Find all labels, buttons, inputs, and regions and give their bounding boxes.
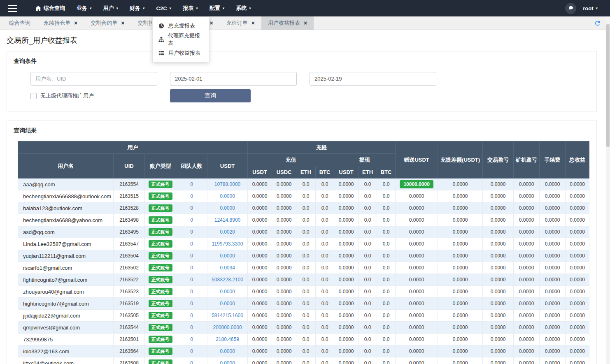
nav-item-user[interactable]: 用户▾ xyxy=(98,0,124,16)
chat-icon[interactable] xyxy=(565,3,576,14)
team-count-link[interactable]: 0 xyxy=(190,336,193,342)
account-type-badge: 正式账号 xyxy=(149,324,172,331)
user-menu[interactable]: root ▾ xyxy=(583,5,598,12)
col-total-income: 总收益 xyxy=(566,141,589,179)
usdt-balance-link[interactable]: 0.0000 xyxy=(220,253,235,259)
withdraw-cell: 0.0000 xyxy=(334,345,359,357)
app-window: 综合查询业务▾用户▾财务▾C2C▾报表▾配置▾系统▾ root ▾ 综合查询永续… xyxy=(0,0,610,364)
team-count-link[interactable]: 0 xyxy=(190,325,193,330)
scrollbar[interactable] xyxy=(606,16,610,364)
usdt-balance-link[interactable]: 0.0000 xyxy=(220,289,235,294)
diff-cell: 0.0000 xyxy=(438,202,483,214)
username-cell: hightincognito7@gmail.com xyxy=(18,298,114,310)
nav-item-overview[interactable]: 综合查询 xyxy=(30,0,71,16)
usdt-balance-link[interactable]: 12414.8900 xyxy=(214,217,240,223)
nav-item-finance[interactable]: 财务▾ xyxy=(124,0,151,16)
nav-item-business[interactable]: 业务▾ xyxy=(71,0,98,16)
withdraw-cell: 0.0 xyxy=(359,298,377,310)
team-count-link[interactable]: 0 xyxy=(190,301,193,306)
clock-icon xyxy=(158,23,165,29)
deposit-cell: 0.0 xyxy=(296,226,316,238)
usdt-balance-link[interactable]: 0.0000 xyxy=(220,348,235,354)
team-count-link[interactable]: 0 xyxy=(190,253,193,259)
hamburger-menu-icon[interactable] xyxy=(0,0,25,16)
date-from-input[interactable] xyxy=(170,72,297,86)
withdraw-cell: 0.0 xyxy=(377,298,396,310)
nav-item-system[interactable]: 系统▾ xyxy=(230,0,257,16)
nav-item-report[interactable]: 报表▾ xyxy=(177,0,204,16)
date-to-input[interactable] xyxy=(310,72,436,86)
trade-pl-cell: 0.0000 xyxy=(483,322,514,334)
team-count-link[interactable]: 0 xyxy=(190,313,193,318)
team-count-cell: 0 xyxy=(176,250,207,262)
col-deposit-usdc: USDC xyxy=(272,166,296,179)
usdt-balance-link[interactable]: 5814215.1600 xyxy=(212,313,243,318)
usdt-balance-link[interactable]: 0.0000 xyxy=(220,193,235,199)
tab-close-icon[interactable]: × xyxy=(210,20,213,26)
gift-usdt-cell: 0.0000 xyxy=(396,286,438,298)
deposit-cell: 0.0000 xyxy=(248,226,272,238)
username-uid-input[interactable] xyxy=(30,72,157,86)
tab-close-icon[interactable]: × xyxy=(251,20,255,26)
nav-item-c2c[interactable]: C2C▾ xyxy=(151,0,177,16)
team-count-link[interactable]: 0 xyxy=(190,348,193,354)
dropdown-item[interactable]: 总充提报表 xyxy=(153,19,209,32)
usdt-balance-cell: 10788.0000 xyxy=(207,179,248,190)
team-count-link[interactable]: 0 xyxy=(190,229,193,235)
usdt-balance-link[interactable]: 1199793.3300 xyxy=(212,241,243,247)
team-count-cell: 0 xyxy=(176,190,207,202)
dropdown-item[interactable]: 用户收益报表 xyxy=(153,46,209,60)
tab[interactable]: 交割合约单× xyxy=(84,16,131,30)
total-cell: 0.0000 xyxy=(566,226,589,238)
username-cell: ioio3322@163.com xyxy=(18,345,114,357)
fee-cell: 0.0000 xyxy=(540,179,566,190)
team-count-link[interactable]: 0 xyxy=(190,217,193,223)
withdraw-cell: 0.0000 xyxy=(334,250,359,262)
tab[interactable]: 综合查询 xyxy=(2,16,37,30)
tab[interactable]: 用户收益报表× xyxy=(261,16,314,30)
team-count-link[interactable]: 0 xyxy=(190,193,193,199)
team-count-link[interactable]: 0 xyxy=(190,289,193,294)
team-count-cell: 0 xyxy=(176,214,207,226)
team-count-link[interactable]: 0 xyxy=(190,241,193,247)
dropdown-item[interactable]: 代理商充提报表 xyxy=(153,32,209,46)
trade-pl-cell: 0.0000 xyxy=(483,226,514,238)
tab[interactable]: 永续持仓单× xyxy=(37,16,84,30)
tab-close-icon[interactable]: × xyxy=(121,20,124,26)
team-count-link[interactable]: 0 xyxy=(190,277,193,283)
withdraw-cell: 0.0000 xyxy=(334,322,359,334)
usdt-balance-link[interactable]: 10788.0000 xyxy=(214,181,240,187)
col-account-type: 账户类型 xyxy=(145,154,176,179)
team-count-link[interactable]: 0 xyxy=(190,265,193,271)
usdt-balance-link[interactable]: 5083228.2100 xyxy=(212,277,243,283)
tab-close-icon[interactable]: × xyxy=(304,20,307,26)
team-count-link[interactable]: 0 xyxy=(190,360,193,364)
withdraw-cell: 0.0000 xyxy=(334,179,359,190)
account-type-cell: 正式账号 xyxy=(145,250,176,262)
miner-pl-cell: 0.0000 xyxy=(514,298,540,310)
fee-cell: 0.0000 xyxy=(540,226,566,238)
scrollbar-thumb[interactable] xyxy=(606,24,610,147)
search-button[interactable]: 查询 xyxy=(170,89,251,102)
usdt-balance-link[interactable]: 0.0000 xyxy=(220,205,235,211)
nav-item-config[interactable]: 配置▾ xyxy=(204,0,230,16)
tab[interactable]: 充值订单× xyxy=(220,16,261,30)
usdt-balance-cell: 0.0020 xyxy=(207,226,248,238)
col-username: 用户名 xyxy=(18,154,114,179)
col-usdt-balance: USDT xyxy=(207,154,248,179)
no-agent-checkbox[interactable] xyxy=(30,93,37,99)
deposit-cell: 0.0000 xyxy=(272,310,296,322)
account-type-cell: 正式账号 xyxy=(145,179,176,190)
fee-cell: 0.0000 xyxy=(540,274,566,286)
usdt-balance-link[interactable]: 200000.0000 xyxy=(213,325,242,330)
usdt-balance-link[interactable]: 2180.4659 xyxy=(216,336,239,342)
tab-close-icon[interactable]: × xyxy=(74,20,77,26)
account-type-badge: 正式账号 xyxy=(149,264,172,271)
team-count-link[interactable]: 0 xyxy=(190,205,193,211)
refresh-button[interactable] xyxy=(594,16,601,30)
usdt-balance-link[interactable]: 0.0000 xyxy=(220,301,235,306)
team-count-link[interactable]: 0 xyxy=(190,181,193,187)
usdt-balance-link[interactable]: 0.0000 xyxy=(220,360,235,364)
usdt-balance-link[interactable]: 0.0020 xyxy=(220,229,235,235)
usdt-balance-link[interactable]: 0.0034 xyxy=(220,265,235,271)
